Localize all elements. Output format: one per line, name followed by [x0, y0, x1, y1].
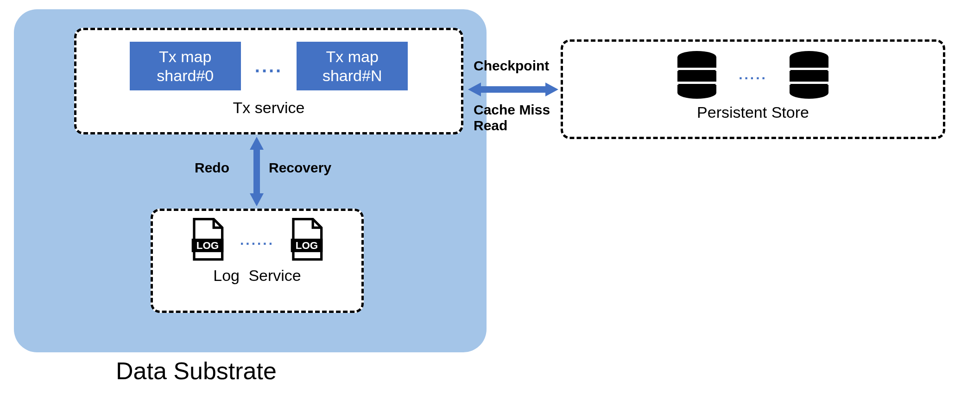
tx-service-label: Tx service — [233, 99, 305, 117]
shardN-line2: shard#N — [322, 66, 382, 85]
db-ellipsis: ..... — [739, 67, 767, 83]
edge-label-checkpoint: Checkpoint — [474, 58, 549, 74]
shard0-line1: Tx map — [159, 47, 211, 66]
shard0-line2: shard#0 — [157, 66, 214, 85]
svg-rect-6 — [677, 68, 716, 70]
database-icon — [786, 50, 832, 99]
tx-service-box: Tx map shard#0 .... Tx map shard#N Tx se… — [74, 28, 463, 134]
svg-rect-8 — [677, 82, 716, 84]
svg-rect-11 — [790, 68, 828, 70]
svg-rect-13 — [790, 82, 828, 84]
svg-marker-15 — [468, 83, 481, 96]
db-row: ..... — [674, 50, 832, 99]
data-substrate-title: Data Substrate — [116, 357, 277, 385]
svg-marker-16 — [545, 83, 558, 96]
shard-row: Tx map shard#0 .... Tx map shard#N — [130, 42, 408, 90]
svg-text:LOG: LOG — [296, 240, 318, 251]
log-row: LOG ...... LOG — [189, 218, 325, 262]
arrow-checkpoint-cachemiss — [468, 83, 558, 96]
persistent-store-box: ..... Persistent Store — [561, 39, 945, 139]
arrow-redo-recovery — [250, 137, 264, 206]
database-icon — [674, 50, 720, 99]
tx-map-shard-0: Tx map shard#0 — [130, 42, 241, 90]
svg-text:LOG: LOG — [196, 240, 219, 251]
diagram-canvas: Data Substrate Tx map shard#0 .... Tx ma… — [9, 9, 971, 392]
log-service-label: Log Service — [213, 267, 301, 285]
tx-map-shard-n: Tx map shard#N — [297, 42, 408, 90]
svg-marker-18 — [250, 137, 264, 150]
edge-label-cache-miss-read: Cache Miss Read — [474, 102, 557, 134]
shard-ellipsis: .... — [255, 56, 283, 76]
shardN-line1: Tx map — [326, 47, 379, 66]
log-file-icon: LOG — [288, 218, 325, 262]
edge-label-redo: Redo — [195, 160, 229, 176]
log-ellipsis: ...... — [240, 232, 274, 248]
persistent-store-label: Persistent Store — [697, 103, 809, 121]
edge-label-recovery: Recovery — [269, 160, 331, 176]
svg-marker-19 — [250, 193, 264, 206]
log-file-icon: LOG — [189, 218, 226, 262]
log-service-box: LOG ...... LOG Log Service — [151, 209, 364, 313]
